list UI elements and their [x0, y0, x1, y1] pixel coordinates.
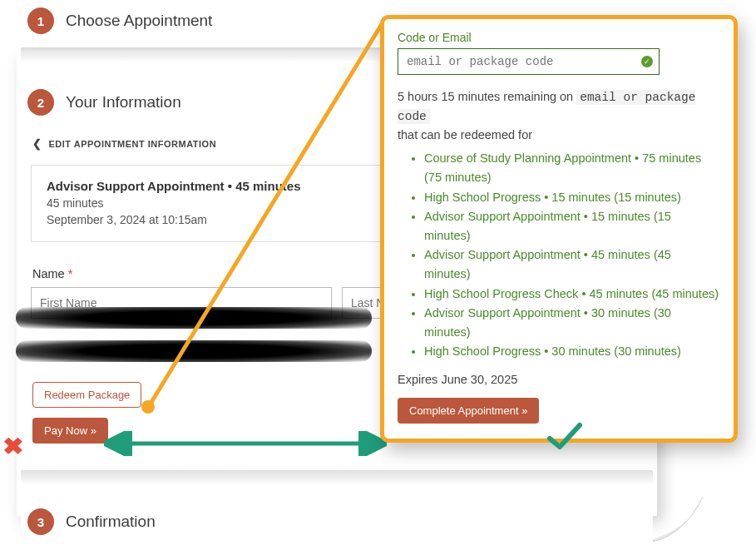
chevron-left-icon: ❮	[32, 137, 42, 150]
step-3-number: 3	[27, 508, 54, 535]
list-item: Advisor Support Appointment • 30 minutes…	[424, 304, 720, 342]
first-name-input[interactable]	[31, 287, 332, 319]
code-email-label: Code or Email	[398, 31, 720, 44]
step-2-title: Your Information	[66, 93, 181, 112]
list-item: Advisor Support Appointment • 45 minutes…	[424, 245, 720, 284]
code-input-wrap: ✓	[398, 48, 660, 75]
step-1-number: 1	[27, 7, 54, 34]
remaining-suffix: that can be redeemed for	[398, 128, 532, 141]
remaining-text: 5 hours 15 minutes remaining on email or…	[398, 88, 720, 144]
check-icon	[546, 420, 583, 453]
list-item: High School Progress • 15 minutes (15 mi…	[424, 188, 720, 207]
required-mark: *	[65, 267, 73, 280]
section-divider-2	[21, 470, 653, 483]
pay-now-button[interactable]: Pay Now »	[32, 418, 108, 444]
code-email-input[interactable]	[398, 48, 660, 75]
redaction-bar-2	[16, 340, 372, 362]
step-3-header: 3 Confirmation	[21, 508, 653, 548]
redeemable-list: Course of Study Planning Appointment • 7…	[414, 149, 720, 361]
name-label-text: Name	[32, 267, 65, 280]
check-circle-icon: ✓	[641, 56, 653, 67]
remaining-prefix: 5 hours 15 minutes remaining on	[398, 90, 576, 103]
redeem-callout: Code or Email ✓ 5 hours 15 minutes remai…	[380, 15, 738, 443]
redeem-package-button[interactable]: Redeem Package	[32, 382, 141, 408]
edit-appointment-text: EDIT APPOINTMENT INFORMATION	[49, 139, 217, 149]
step-1-title: Choose Appointment	[66, 12, 212, 30]
list-item: High School Progress Check • 45 minutes …	[424, 285, 720, 304]
list-item: Course of Study Planning Appointment • 7…	[424, 149, 720, 187]
list-item: High School Progress • 30 minutes (30 mi…	[424, 342, 720, 361]
expires-text: Expires June 30, 2025	[398, 373, 720, 386]
complete-appointment-button[interactable]: Complete Appointment »	[398, 398, 539, 424]
step-3-title: Confirmation	[66, 513, 156, 531]
annotation-dot	[141, 400, 155, 414]
step-2-number: 2	[27, 89, 54, 116]
x-mark-icon: ✖	[2, 433, 23, 460]
list-item: Advisor Support Appointment • 15 minutes…	[424, 207, 720, 245]
